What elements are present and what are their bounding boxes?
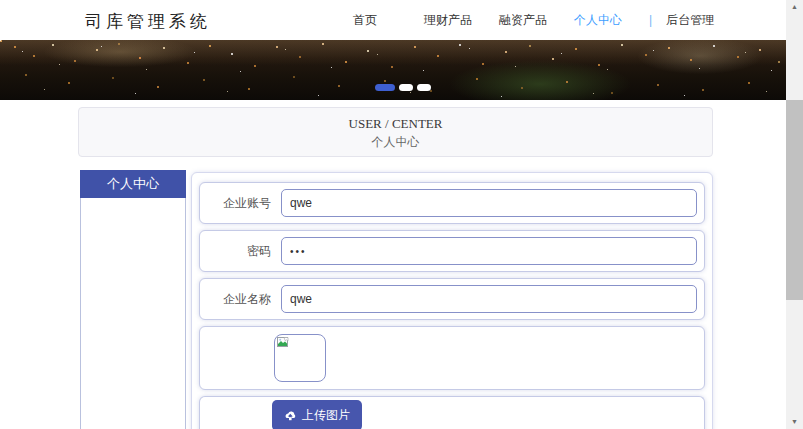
scroll-up-icon[interactable]: ▲	[786, 0, 803, 14]
company-name-label: 企业名称	[207, 291, 271, 308]
nav-item-financing-products[interactable]: 融资产品	[499, 12, 547, 29]
page-content: 司库管理系统 首页 理财产品 融资产品 个人中心 | 后台管理 USER / C…	[0, 0, 786, 429]
carousel-dot-3[interactable]	[417, 84, 431, 91]
topbar: 司库管理系统 首页 理财产品 融资产品 个人中心 | 后台管理	[0, 0, 786, 40]
sidebar: 个人中心	[80, 170, 186, 429]
main-area: 个人中心 企业账号 密码 企业名称	[78, 170, 786, 429]
banner-carousel	[0, 40, 786, 100]
form-row-upload: 上传图片	[199, 396, 705, 429]
form-row-company-name: 企业名称	[199, 278, 705, 320]
profile-form: 企业账号 密码 企业名称	[191, 172, 713, 429]
nav-item-wealth-products[interactable]: 理财产品	[424, 12, 472, 29]
broken-image-icon	[277, 337, 289, 349]
form-row-password: 密码	[199, 230, 705, 272]
app-title: 司库管理系统	[85, 10, 211, 33]
nav-separator: |	[649, 13, 652, 27]
cloud-upload-icon	[284, 410, 297, 421]
main-nav: 首页 理财产品 融资产品 个人中心 | 后台管理	[353, 0, 741, 40]
account-label: 企业账号	[207, 195, 271, 212]
image-preview-frame	[274, 334, 326, 382]
page-title: USER / CENTER	[79, 114, 712, 133]
nav-item-personal-center[interactable]: 个人中心	[574, 12, 622, 29]
password-input[interactable]	[281, 237, 697, 265]
sidebar-item-personal-center[interactable]: 个人中心	[80, 170, 186, 198]
carousel-dots	[375, 84, 431, 91]
scroll-down-icon[interactable]: ▼	[786, 415, 803, 429]
carousel-dot-1[interactable]	[375, 84, 395, 91]
browser-viewport: 司库管理系统 首页 理财产品 融资产品 个人中心 | 后台管理 USER / C…	[0, 0, 803, 429]
form-row-account: 企业账号	[199, 182, 705, 224]
company-name-input[interactable]	[281, 285, 697, 313]
upload-button-label: 上传图片	[302, 407, 350, 424]
scrollbar-thumb[interactable]	[786, 100, 803, 300]
form-row-image-preview	[199, 326, 705, 390]
nav-item-admin[interactable]: 后台管理	[666, 12, 714, 29]
city-lights-decoration	[0, 40, 1, 41]
account-input[interactable]	[281, 189, 697, 217]
carousel-dot-2[interactable]	[399, 84, 413, 91]
password-label: 密码	[207, 243, 271, 260]
upload-image-button[interactable]: 上传图片	[272, 400, 362, 429]
page-subtitle: 个人中心	[79, 133, 712, 151]
nav-item-home[interactable]: 首页	[353, 12, 377, 29]
page-header-panel: USER / CENTER 个人中心	[78, 107, 713, 157]
scrollbar[interactable]: ▲ ▼	[786, 0, 803, 429]
